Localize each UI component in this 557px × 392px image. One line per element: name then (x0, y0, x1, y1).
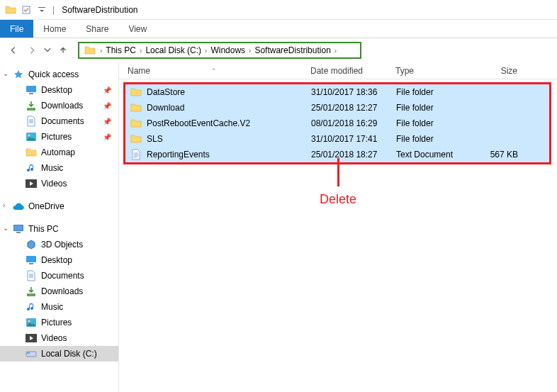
sidebar-item[interactable]: Documents📌 (0, 113, 118, 129)
pin-icon: 📌 (103, 86, 111, 94)
window-title: SoftwareDistribution (62, 5, 137, 15)
sidebar-item[interactable]: Downloads📌 (0, 98, 118, 113)
chevron-right-icon[interactable]: › (3, 201, 5, 209)
address-bar[interactable]: › This PC › Local Disk (C:) › Windows › … (78, 42, 361, 59)
annotation-line (337, 158, 339, 186)
sidebar-item[interactable]: Automap (0, 145, 118, 160)
chevron-down-icon[interactable]: ⌄ (3, 69, 9, 77)
sidebar-item-label: Desktop (41, 255, 72, 265)
file-row[interactable]: PostRebootEventCache.V208/01/2018 16:29F… (125, 116, 549, 131)
sidebar-item-label: Videos (41, 179, 67, 189)
sidebar-item-label: Pictures (41, 318, 72, 327)
delete-annotation: Delete (320, 158, 356, 207)
videos-icon (26, 178, 37, 189)
music-icon (26, 301, 37, 313)
folder-icon (84, 44, 96, 57)
sidebar-item-label: Documents (41, 116, 84, 126)
file-view: Name ⌃ Date modified Type Size DataStore… (119, 62, 557, 392)
annotation-text: Delete (320, 192, 356, 207)
music-icon (26, 162, 37, 174)
sidebar-item[interactable]: 3D Objects (0, 237, 118, 252)
sidebar-onedrive[interactable]: OneDrive (0, 198, 118, 214)
chevron-right-icon[interactable]: › (98, 47, 104, 55)
file-type: File folder (396, 118, 476, 128)
sidebar-item[interactable]: Desktop📌 (0, 82, 118, 98)
column-name[interactable]: Name ⌃ (128, 66, 310, 76)
file-name: DataStore (147, 87, 311, 97)
tab-home[interactable]: Home (33, 20, 76, 38)
column-date[interactable]: Date modified (310, 66, 395, 76)
tab-view[interactable]: View (118, 20, 157, 38)
pin-icon: 📌 (103, 102, 111, 110)
breadcrumb-seg-0[interactable]: This PC (104, 45, 137, 55)
breadcrumb-seg-1[interactable]: Local Disk (C:) (144, 45, 203, 55)
documents-icon (26, 270, 37, 281)
column-size[interactable]: Size (475, 66, 524, 76)
svg-rect-1 (38, 7, 45, 8)
forward-button[interactable] (24, 43, 40, 58)
back-button[interactable] (6, 43, 21, 58)
sidebar-item[interactable]: Music (0, 299, 118, 315)
svg-rect-9 (16, 232, 21, 233)
breadcrumb-seg-2[interactable]: Windows (209, 45, 247, 55)
sidebar-quick-access[interactable]: Quick access (0, 67, 118, 82)
file-date: 31/10/2017 17:41 (311, 134, 396, 144)
downloads-icon (26, 286, 37, 297)
sidebar-item-label: Music (41, 302, 63, 312)
documents-icon (26, 116, 37, 127)
sidebar-item[interactable]: Videos (0, 330, 118, 346)
quick-access-group: ⌄ Quick access Desktop📌Downloads📌Documen… (0, 67, 118, 191)
qat-properties-icon[interactable] (20, 4, 33, 16)
navigation-pane: ⌄ Quick access Desktop📌Downloads📌Documen… (0, 62, 119, 392)
chevron-down-icon[interactable]: ⌄ (3, 224, 9, 232)
chevron-right-icon[interactable]: › (247, 47, 253, 55)
file-row[interactable]: Download25/01/2018 12:27File folder (125, 100, 549, 116)
sidebar-item[interactable]: Pictures (0, 315, 118, 330)
tab-share[interactable]: Share (76, 20, 118, 38)
pin-icon: 📌 (103, 118, 111, 125)
navigation-bar: › This PC › Local Disk (C:) › Windows › … (0, 38, 557, 62)
file-row[interactable]: DataStore31/10/2017 18:36File folder (125, 84, 549, 100)
svg-rect-2 (26, 86, 36, 92)
sidebar-item-label: Downloads (41, 101, 83, 111)
folder-icon (130, 102, 142, 113)
sidebar-item[interactable]: Desktop (0, 252, 118, 268)
title-bar: | SoftwareDistribution (0, 0, 557, 20)
svg-point-13 (28, 320, 30, 323)
chevron-right-icon[interactable]: › (203, 47, 209, 55)
sidebar-item-label: Local Disk (C:) (41, 349, 97, 359)
up-button[interactable] (55, 43, 71, 58)
file-row[interactable]: SLS31/10/2017 17:41File folder (125, 131, 549, 147)
sidebar-item[interactable]: Music (0, 160, 118, 176)
sidebar-item-label: Music (41, 163, 63, 173)
onedrive-group: › OneDrive (0, 198, 118, 214)
sidebar-item[interactable]: Pictures📌 (0, 129, 118, 145)
sidebar-item[interactable]: Local Disk (C:) (0, 346, 118, 362)
sidebar-item[interactable]: Documents (0, 268, 118, 284)
sidebar-item-label: Pictures (41, 132, 72, 142)
pictures-icon (26, 317, 37, 328)
file-date: 31/10/2017 18:36 (311, 87, 396, 97)
breadcrumb-seg-3[interactable]: SoftwareDistribution (253, 45, 332, 55)
doc-icon (130, 149, 142, 160)
sidebar-item-label: Documents (41, 271, 84, 281)
ribbon-tabs: File Home Share View (0, 20, 557, 38)
chevron-right-icon[interactable]: › (137, 47, 144, 55)
file-type: Text Document (396, 150, 476, 159)
file-name: PostRebootEventCache.V2 (147, 118, 311, 128)
svg-rect-8 (14, 225, 23, 230)
sidebar-item[interactable]: Downloads (0, 284, 118, 299)
recent-dropdown[interactable] (43, 43, 52, 58)
qat-dropdown-icon[interactable] (35, 4, 48, 16)
sort-asc-icon: ⌃ (211, 67, 217, 74)
svg-rect-16 (27, 352, 30, 354)
sidebar-item[interactable]: Videos (0, 176, 118, 191)
sidebar-item-label: Videos (41, 333, 67, 343)
tab-file[interactable]: File (0, 20, 33, 38)
sidebar-this-pc[interactable]: This PC (0, 221, 118, 237)
chevron-right-icon[interactable]: › (332, 47, 339, 55)
pictures-icon (26, 131, 37, 142)
separator: | (52, 5, 55, 15)
column-type[interactable]: Type (395, 66, 475, 76)
this-pc-group: ⌄ This PC 3D ObjectsDesktopDocumentsDown… (0, 221, 118, 362)
